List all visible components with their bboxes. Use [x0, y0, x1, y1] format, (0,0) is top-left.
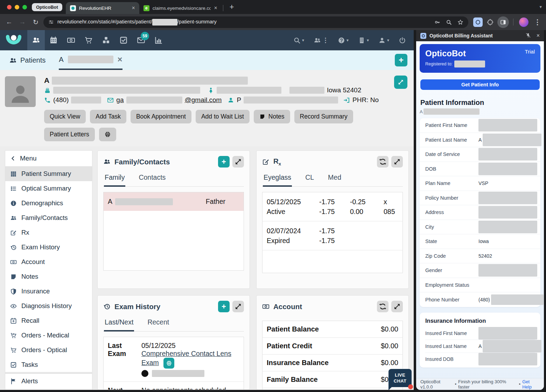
close-patient-tab-icon[interactable]: ×	[118, 55, 122, 64]
tab-family[interactable]: Family	[104, 172, 125, 187]
record-summary-button[interactable]: Record Summary	[294, 110, 353, 123]
sidebar-item-rx[interactable]: Rx	[5, 225, 92, 240]
book-appointment-button[interactable]: Book Appointment	[131, 110, 191, 123]
family-member-row[interactable]: A Father	[104, 192, 244, 211]
close-panel-icon[interactable]: ×	[537, 33, 540, 39]
patients-module-label[interactable]: Patients	[9, 56, 46, 70]
pencil-square-icon	[10, 229, 17, 236]
window-close-button[interactable]	[7, 5, 12, 9]
tab-last-next[interactable]: Last/Next	[104, 317, 134, 332]
forward-icon[interactable]: →	[17, 16, 28, 28]
refresh-rx-button[interactable]	[377, 156, 388, 168]
side-panel-toggle[interactable]	[497, 16, 509, 28]
site-settings-icon[interactable]	[48, 19, 54, 25]
tab-eyeglass[interactable]: Eyeglass	[263, 172, 292, 187]
nav-search[interactable]: ▾	[293, 37, 304, 44]
history-icon	[10, 244, 17, 251]
nav-logout[interactable]	[399, 37, 406, 44]
revolutionehr-logo[interactable]	[0, 34, 27, 46]
unpin-icon[interactable]	[525, 33, 531, 38]
password-key-icon[interactable]	[434, 19, 440, 25]
print-exam-button[interactable]	[163, 358, 174, 369]
nav-reports[interactable]	[150, 30, 167, 50]
window-minimize-button[interactable]	[15, 5, 19, 9]
patient-email-link[interactable]: ga	[116, 96, 124, 104]
nav-user[interactable]: ▾	[378, 37, 389, 44]
new-tab-button[interactable]: +	[230, 2, 234, 12]
notes-button[interactable]: Notes	[254, 110, 290, 123]
get-help-link[interactable]: Get Help	[522, 379, 540, 390]
nav-tasks[interactable]	[115, 30, 132, 50]
tab-search-caret-icon[interactable]: ▾	[539, 4, 542, 9]
tab-contacts[interactable]: Contacts	[138, 172, 166, 187]
url-bar[interactable]: revolutionehr.com/static/#/patients/pati…	[43, 16, 468, 28]
sidebar-item-notes[interactable]: Notes	[5, 269, 92, 284]
back-icon[interactable]: ←	[4, 16, 15, 28]
print-button[interactable]	[99, 128, 116, 141]
nav-schedule[interactable]	[45, 30, 62, 50]
sidebar-item-diagnosis-history[interactable]: Diagnosis History	[5, 299, 92, 313]
rx-row[interactable]: 05/12/2025Active -1.75-1.75 -0.250.00 x …	[262, 192, 402, 221]
quick-view-button[interactable]: Quick View	[44, 110, 86, 123]
nav-accounting[interactable]	[62, 30, 80, 50]
sidebar-item-demographics[interactable]: Demographics	[5, 196, 92, 211]
opticobot-extension-icon[interactable]	[473, 17, 483, 27]
opticobot-side-panel: OpticoBot Billing Assistant × OpticoBot …	[416, 30, 544, 390]
patient-letters-button[interactable]: Patient Letters	[44, 128, 95, 141]
tab-close-icon[interactable]: ×	[214, 5, 217, 11]
sidebar-item-exam-history[interactable]: Exam History	[5, 240, 92, 255]
expand-account-widget-button[interactable]	[391, 301, 403, 312]
nav-patient-quick-menu[interactable]: ⋮	[314, 36, 328, 44]
sidebar-menu-header[interactable]: Menu	[5, 151, 92, 166]
browser-menu-icon[interactable]: ⋮	[532, 17, 542, 27]
profile-avatar[interactable]	[519, 17, 528, 27]
rx-row[interactable]: 02/07/2024Expired -1.75-1.75	[262, 221, 402, 250]
provider-icon	[227, 97, 234, 104]
tab-med[interactable]: Med	[327, 172, 342, 187]
sidebar-item-orders-medical[interactable]: Orders - Medical	[5, 328, 92, 343]
add-family-member-button[interactable]: +	[218, 156, 230, 168]
sidebar-item-recall[interactable]: Recall	[5, 313, 92, 328]
add-patient-tab-button[interactable]: +	[395, 54, 407, 66]
field-row-insured-first-name: Insured First Name	[425, 327, 535, 340]
patient-photo-placeholder[interactable]	[5, 76, 36, 107]
browser-tab-active[interactable]: RevolutionEHR ×	[66, 2, 139, 14]
get-patient-info-button[interactable]: Get Patient Info	[420, 79, 540, 90]
sidebar-item-insurance[interactable]: Insurance	[5, 284, 92, 299]
nav-inventory[interactable]	[97, 30, 115, 50]
add-task-button[interactable]: Add Task	[90, 110, 126, 123]
open-patient-tab[interactable]: A ×	[59, 55, 122, 70]
sidebar-item-alerts[interactable]: Alerts	[5, 374, 92, 389]
tab-recent[interactable]: Recent	[147, 317, 170, 332]
reload-icon[interactable]: ↻	[30, 16, 41, 28]
live-chat-button[interactable]: LIVE CHAT	[388, 369, 412, 387]
nav-orders[interactable]	[80, 30, 97, 50]
nav-patients[interactable]	[27, 30, 45, 50]
bookmark-star-icon[interactable]	[457, 19, 463, 25]
browser-tab-inactive[interactable]: e claims.eyemedvisioncare.com ×	[139, 2, 222, 14]
nav-practice[interactable]: ▾	[358, 37, 369, 44]
sidebar-item-patient-summary[interactable]: Patient Summary	[5, 166, 92, 181]
expand-patient-header-button[interactable]	[394, 76, 407, 89]
expand-exam-widget-button[interactable]	[232, 301, 244, 312]
sidebar-item-account[interactable]: Account	[5, 255, 92, 269]
expand-rx-widget-button[interactable]	[391, 156, 403, 168]
window-zoom-button[interactable]	[22, 5, 27, 9]
sidebar-item-tasks[interactable]: Tasks	[5, 357, 92, 372]
add-to-wait-list-button[interactable]: Add to Wait List	[196, 110, 250, 123]
sidebar-item-optical-summary[interactable]: Optical Summary	[5, 181, 92, 196]
nav-messages[interactable]: 59	[132, 30, 150, 50]
refresh-account-button[interactable]	[377, 301, 388, 312]
tab-close-icon[interactable]: ×	[132, 5, 135, 11]
last-exam-link[interactable]: Comprehensive Contact Lens Exam	[141, 350, 231, 366]
tab-group-chip[interactable]: OpticoBot	[32, 3, 62, 11]
nav-help[interactable]: ▾	[338, 37, 349, 44]
sidebar-item-orders-optical[interactable]: Orders - Optical	[5, 343, 92, 357]
patient-email-domain[interactable]: @gmail.com	[185, 96, 222, 104]
sidebar-item-family-contacts[interactable]: Family/Contacts	[5, 211, 92, 225]
extensions-puzzle-icon[interactable]	[487, 19, 493, 26]
add-exam-button[interactable]: +	[218, 301, 230, 312]
zoom-icon[interactable]	[446, 19, 452, 25]
expand-family-widget-button[interactable]	[232, 156, 244, 168]
tab-cl[interactable]: CL	[304, 172, 315, 187]
